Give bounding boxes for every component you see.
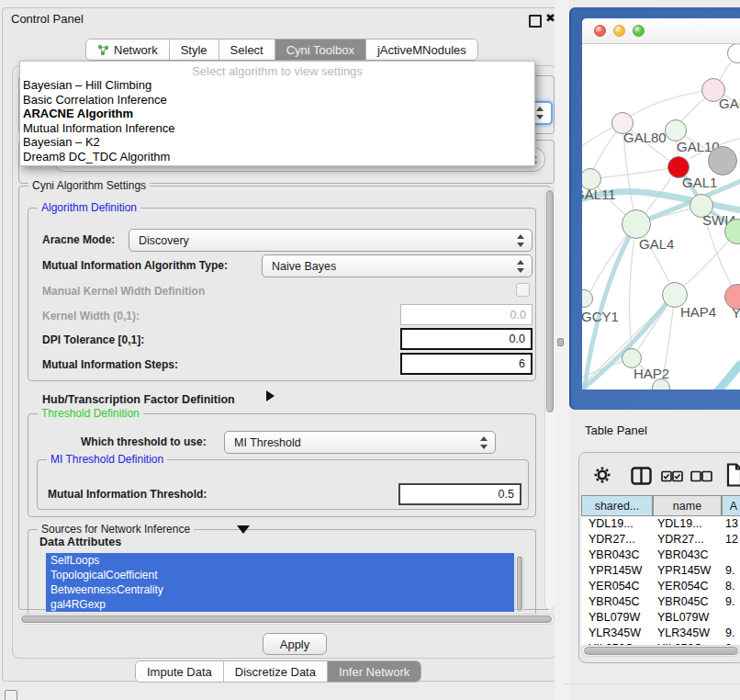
table-row[interactable]: YDR27...YDR27...12 xyxy=(581,532,740,548)
network-edge[interactable] xyxy=(687,365,740,390)
algorithm-option-dream8-dc-tdc-algorithm[interactable]: Dream8 DC_TDC Algorithm xyxy=(20,150,534,164)
table-cell: YBR045C xyxy=(589,594,640,610)
split-view-icon[interactable] xyxy=(631,467,652,485)
table-horizontal-scrollbar[interactable] xyxy=(581,645,740,657)
gear-icon[interactable] xyxy=(593,466,611,484)
attribute-item-gal4rgexp[interactable]: gal4RGexp xyxy=(46,597,514,612)
table-row[interactable]: YDL19...YDL19...13 xyxy=(581,516,740,532)
table-cell: YPR145W xyxy=(657,563,711,579)
network-view-window: GALGAL80GAL10GAL1GAL11SWI4GAL4GCY1HAP4YH… xyxy=(582,18,740,390)
algorithm-option-bayesian-k2[interactable]: Bayesian – K2 xyxy=(20,135,534,150)
table-cell: 12 xyxy=(725,532,738,548)
tab-network[interactable]: Network xyxy=(86,40,169,60)
algorithm-definition-title: Algorithm Definition xyxy=(38,201,140,214)
table-row[interactable]: YLR345WYLR345W9. xyxy=(581,626,740,641)
dpi-tolerance-label: DPI Tolerance [0,1]: xyxy=(42,333,144,346)
table-cell: 9. xyxy=(725,626,734,641)
tab-cyni-toolbox[interactable]: Cyni Toolbox xyxy=(275,40,365,60)
table-row[interactable]: YER054CYER054C8. xyxy=(581,579,740,594)
tab-label: Impute Data xyxy=(147,665,212,679)
table-row[interactable]: YBR045CYBR045C9. xyxy=(581,594,740,610)
float-panel-icon[interactable] xyxy=(529,15,542,28)
splitter-handle[interactable] xyxy=(557,338,564,346)
tab-label: jActiveMNodules xyxy=(377,43,466,57)
table-cell: 9. xyxy=(725,563,734,579)
tab-jactivemnodules[interactable]: jActiveMNodules xyxy=(365,40,477,60)
attribute-item-betweennesscentrality[interactable]: BetweennessCentrality xyxy=(46,582,514,597)
tab-infer-network[interactable]: Infer Network xyxy=(327,661,420,682)
dpi-tolerance-field[interactable]: 0.0 xyxy=(400,328,533,350)
node-label-gal80: GAL80 xyxy=(623,130,667,145)
tab-label: Infer Network xyxy=(339,665,409,679)
hub-expand-arrow-icon[interactable] xyxy=(266,390,275,401)
mi-threshold-field[interactable]: 0.5 xyxy=(398,483,521,505)
mi-steps-field[interactable]: 6 xyxy=(400,353,533,375)
function-builder-icon[interactable] xyxy=(726,463,740,487)
mi-type-value: Naive Bayes xyxy=(272,260,336,273)
algorithm-option-aracne-algorithm[interactable]: ARACNE Algorithm xyxy=(20,107,534,121)
algorithm-option-mutual-information-inference[interactable]: Mutual Information Inference xyxy=(20,121,534,136)
sources-collapse-arrow-icon[interactable] xyxy=(237,525,250,534)
mi-type-combo[interactable]: Naive Bayes xyxy=(262,254,533,277)
scrollbar-thumb[interactable] xyxy=(584,647,738,655)
table-row[interactable]: YBR043CYBR043C xyxy=(581,548,740,563)
apply-button[interactable]: Apply xyxy=(263,633,327,655)
close-button[interactable] xyxy=(594,25,606,37)
manual-kernel-checkbox[interactable] xyxy=(516,283,530,297)
settings-horizontal-scrollbar[interactable] xyxy=(18,614,555,625)
table-cell: YER054C xyxy=(589,579,640,594)
attribute-item-topologicalcoefficient[interactable]: TopologicalCoefficient xyxy=(46,568,514,582)
control-panel-title: Control Panel xyxy=(11,12,84,26)
zoom-button[interactable] xyxy=(633,25,645,37)
minimize-button[interactable] xyxy=(613,25,625,37)
algorithm-option-bayesian-hill-climbing[interactable]: Bayesian – Hill Climbing xyxy=(20,78,534,93)
column-header-name[interactable]: name xyxy=(653,495,722,516)
kernel-width-field[interactable]: 0.0 xyxy=(400,304,533,325)
data-attributes-label: Data Attributes xyxy=(39,536,121,548)
table-panel-title: Table Panel xyxy=(585,423,647,437)
aracne-mode-value: Discovery xyxy=(139,234,189,247)
tab-discretize-data[interactable]: Discretize Data xyxy=(223,661,327,682)
aracne-mode-combo[interactable]: Discovery xyxy=(129,229,533,252)
network-edge[interactable] xyxy=(590,169,667,179)
tab-label: Discretize Data xyxy=(235,665,316,679)
cyni-settings-title: Cyni Algorithm Settings xyxy=(28,179,150,192)
table-row[interactable]: YBL079WYBL079W xyxy=(581,610,740,626)
network-node[interactable] xyxy=(708,146,737,175)
which-threshold-combo[interactable]: MI Threshold xyxy=(224,431,496,454)
network-node-gal4[interactable] xyxy=(622,209,651,239)
network-edge[interactable] xyxy=(630,223,637,347)
table-cell: YBL079W xyxy=(589,610,640,626)
network-canvas[interactable]: GALGAL80GAL10GAL1GAL11SWI4GAL4GCY1HAP4YH… xyxy=(582,44,740,390)
tab-impute-data[interactable]: Impute Data xyxy=(136,661,223,682)
status-divider xyxy=(564,683,740,684)
network-window-titlebar[interactable] xyxy=(582,18,740,44)
tab-label: Cyni Toolbox xyxy=(286,43,354,57)
minimized-panel-icon[interactable] xyxy=(5,690,17,700)
table-cell: YDR27... xyxy=(589,532,635,548)
tab-style[interactable]: Style xyxy=(169,40,219,60)
attributes-list-scrollbar[interactable] xyxy=(515,553,524,612)
table-row[interactable]: YPR145WYPR145W9. xyxy=(581,563,740,579)
data-attributes-list[interactable]: SelfLoopsTopologicalCoefficientBetweenne… xyxy=(46,553,514,612)
column-header-a[interactable]: A xyxy=(722,495,740,516)
deselect-all-icon[interactable] xyxy=(690,470,712,482)
node-label-y: Y xyxy=(732,305,740,321)
mi-steps-label: Mutual Information Steps: xyxy=(42,358,178,371)
table-cell: YER054C xyxy=(657,579,709,594)
tab-select[interactable]: Select xyxy=(219,40,275,60)
cyni-bottom-tabstrip: Impute DataDiscretize DataInfer Network xyxy=(135,660,421,683)
which-threshold-value: MI Threshold xyxy=(234,436,301,449)
network-edge[interactable] xyxy=(625,90,713,119)
scrollbar-thumb[interactable] xyxy=(546,190,554,412)
attribute-item-selfloops[interactable]: SelfLoops xyxy=(46,553,514,568)
algorithm-option-basic-correlation-inference[interactable]: Basic Correlation Inference xyxy=(20,93,534,107)
node-label-gcy1: GCY1 xyxy=(582,309,619,324)
which-threshold-label: Which threshold to use: xyxy=(81,435,207,448)
screen: Control Panel ✖ NetworkStyleSelectCyni T… xyxy=(0,0,740,700)
select-all-icon[interactable] xyxy=(661,470,683,482)
column-header-shared[interactable]: shared... xyxy=(581,495,653,516)
mi-threshold-definition-title: MI Threshold Definition xyxy=(47,453,167,466)
scrollbar-thumb[interactable] xyxy=(517,556,522,611)
scrollbar-thumb[interactable] xyxy=(21,615,552,623)
